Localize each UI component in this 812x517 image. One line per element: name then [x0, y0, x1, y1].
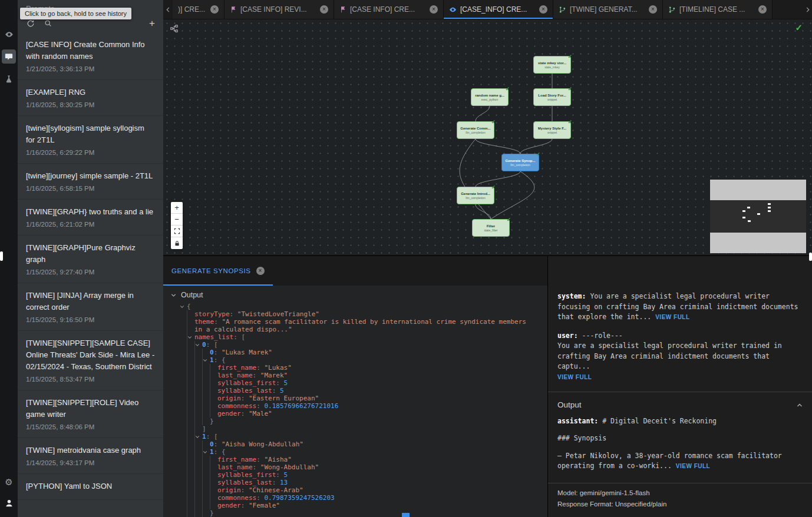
json-line: syllables_last: 13: [163, 479, 547, 486]
json-line: 1: [: [163, 433, 547, 440]
json-line-content: theme: "A romance scam facilitator is ki…: [194, 318, 547, 333]
response-format-info: Response Format: Unspecified/plain: [557, 499, 803, 510]
graph-node-filter[interactable]: Filterstate_filter✓: [472, 219, 510, 237]
list-item[interactable]: [TWINE][SNIPPET][SAMPLE CASE] Online Thr…: [18, 331, 163, 390]
search-icon[interactable]: [44, 19, 52, 28]
output-label: Output: [181, 291, 203, 299]
graph-node-generate-synop[interactable]: Generate Synop...llm_completion✓: [501, 154, 539, 171]
tab-twine-generat[interactable]: [TWINE] GENERAT...×: [553, 0, 663, 19]
back-chevron-icon[interactable]: [163, 0, 173, 19]
graph-node-generate-introd[interactable]: Generate Introd...llm_completion✓: [457, 187, 494, 204]
close-icon[interactable]: ×: [430, 5, 438, 14]
json-line-content: commonness: 0.18576966276721016: [217, 402, 547, 410]
indent-guide: [194, 494, 202, 502]
bottom-panel: GENERATE SYNOPSIS × Output {storyType: "…: [163, 256, 812, 517]
list-item[interactable]: [twine][syllogism] sample syllogism for …: [18, 116, 163, 164]
tab-timeline-case[interactable]: [TIMELINE] CASE ...×: [663, 0, 773, 19]
indent-guide: [194, 379, 202, 387]
chevron-up-icon[interactable]: [797, 402, 803, 408]
view-full-link[interactable]: VIEW FULL: [655, 314, 689, 320]
graph-node-state-mkey-stor[interactable]: state mkey stor...state_mkey✓: [533, 56, 571, 74]
prompts-icon[interactable]: [2, 49, 16, 64]
list-item[interactable]: [EXAMPLE] RNG1/16/2025, 8:30:25 PM: [18, 80, 163, 116]
json-line-content: }: [210, 417, 547, 425]
close-icon[interactable]: ×: [649, 5, 657, 14]
indent-guide: [187, 379, 194, 387]
fit-view-icon[interactable]: [171, 226, 183, 237]
graph-node-mystery-style-f[interactable]: Mystery Style F...snippet✓: [533, 121, 571, 139]
node-subtitle: snippet: [547, 131, 557, 134]
list-item[interactable]: [TWINE] metroidvania case graph1/14/2025…: [18, 438, 163, 474]
list-item[interactable]: [CASE INFO] Create Common Info with rand…: [18, 32, 163, 80]
indent-guide: [194, 387, 202, 395]
indent-guide: [210, 479, 217, 486]
list-item[interactable]: [TWINE][GRAPH]Pure Graphviz graph1/15/20…: [18, 236, 163, 283]
prompts-sidebar: Prompts + [CASE INFO] Create Common Info…: [18, 0, 163, 517]
json-line: last_name: "Marek": [163, 372, 547, 379]
add-icon[interactable]: +: [149, 18, 155, 28]
eye-icon[interactable]: [2, 27, 16, 41]
list-item[interactable]: [TWINE][SNIPPET][ROLE] Video game writer…: [18, 390, 163, 438]
tab-generate-synopsis[interactable]: GENERATE SYNOPSIS ×: [163, 256, 273, 286]
resize-handle-right[interactable]: [809, 253, 812, 261]
prompt-title: [TWINE][SNIPPET][ROLE] Video game writer: [26, 397, 155, 420]
zoom-out-icon[interactable]: −: [171, 214, 183, 226]
node-subtitle: llm_completion: [466, 131, 485, 134]
view-full-link[interactable]: VIEW FULL: [676, 463, 710, 469]
account-icon[interactable]: [2, 496, 16, 510]
json-token: [: [241, 333, 245, 341]
graph-node-generate-comm[interactable]: Generate Comm...llm_completion✓: [457, 121, 494, 139]
prompt-title: [EXAMPLE] RNG: [26, 87, 155, 98]
close-icon[interactable]: ×: [320, 5, 328, 14]
list-item[interactable]: [TWINE][GRAPH} two truths and a lie1/16/…: [18, 200, 163, 236]
json-token: }: [210, 509, 214, 517]
json-line-content: syllables_first: 5: [217, 379, 547, 387]
json-token: [: [214, 341, 218, 349]
refresh-icon[interactable]: [26, 19, 35, 28]
graph-node-load-story-for[interactable]: Load Story For...snippet✓: [533, 88, 571, 106]
close-icon[interactable]: ×: [758, 5, 767, 14]
output-section-header[interactable]: Output: [557, 392, 803, 416]
json-token: :: [214, 448, 222, 456]
indent-guide: [210, 410, 217, 417]
system-label: system:: [557, 292, 586, 300]
resize-handle-left[interactable]: [0, 251, 3, 261]
run-meta-footer: Model: gemini/gemini-1.5-flash Response …: [548, 483, 812, 517]
lock-icon[interactable]: [171, 237, 183, 249]
indent-guide: [202, 379, 210, 387]
resize-handle-bottom[interactable]: [402, 513, 410, 517]
zoom-controls: + −: [171, 202, 183, 249]
view-full-link[interactable]: VIEW FULL: [557, 374, 592, 380]
indent-guide: [194, 440, 202, 448]
tab-case-info-cre[interactable]: [CASE_INFO] CRE...×: [444, 0, 553, 19]
assistant-heading: # Digital Deceit's Reckoning: [602, 417, 717, 425]
gear-icon[interactable]: ⚙: [2, 475, 16, 489]
minimap[interactable]: [710, 180, 806, 253]
indent-guide: [202, 463, 210, 471]
graph-node-random-name-g[interactable]: random name g...exec_python✓: [471, 88, 509, 106]
flask-icon[interactable]: [2, 72, 16, 86]
tab-case-info-revi[interactable]: [CASE INFO] REVI...×: [225, 0, 334, 19]
tab-case-info-cre[interactable]: [CASE INFO] CRE...×: [334, 0, 444, 19]
json-line-content: {: [187, 303, 547, 310]
prompt-date: 1/16/2025, 6:29:22 PM: [26, 149, 155, 156]
list-item[interactable]: [twine][journey] simple sample - 2T1L1/1…: [18, 164, 163, 200]
graph-canvas[interactable]: ✓ + − state mkey stor...state_mkey✓rando…: [163, 19, 812, 256]
flow-layout-icon[interactable]: [170, 24, 178, 35]
close-icon[interactable]: ×: [210, 5, 219, 14]
output-tab-label: GENERATE SYNOPSIS: [171, 267, 251, 274]
tab-cre[interactable]: )] CRE...×: [173, 0, 225, 19]
forward-chevron-icon[interactable]: [803, 0, 812, 19]
json-line: commonness: 0.18576966276721016: [163, 402, 547, 410]
indent-guide: [187, 471, 194, 479]
json-tree[interactable]: {storyType: "TwistedLoveTriangle"theme: …: [163, 303, 547, 517]
list-item[interactable]: [PYTHON] Yaml to JSON: [18, 474, 163, 500]
zoom-in-icon[interactable]: +: [171, 202, 183, 214]
close-icon[interactable]: ×: [256, 267, 265, 275]
list-item[interactable]: [TWINE] [JINJA] Array merge in correct o…: [18, 283, 163, 331]
minimap-node: [768, 207, 771, 208]
user-message: user: ---role--- You are a specialist le…: [557, 331, 803, 383]
close-icon[interactable]: ×: [539, 5, 547, 14]
chevron-down-icon[interactable]: [171, 293, 176, 298]
prompt-date: 1/16/2025, 6:58:15 PM: [26, 185, 155, 192]
